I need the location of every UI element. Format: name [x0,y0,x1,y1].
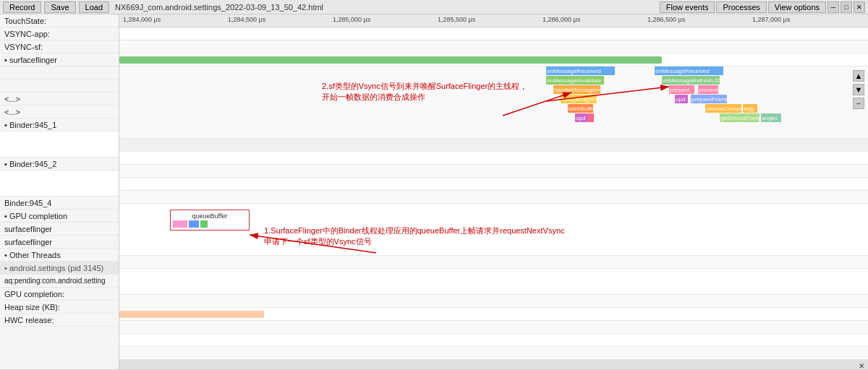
annotation-1: 1.SurfaceFlinger中的Binder线程处理应用的queueBuff… [264,225,565,248]
sidebar-row-sf1: surfaceflinger [0,223,119,236]
sidebar-row-touchstate: TouchState: [0,14,119,27]
annotation-2: 2.sf类型的Vsync信号到来并唤醒SurfaceFlinger的主线程， 开… [322,81,527,103]
gpu-bar [119,311,264,318]
sidebar-row-aq-pending: aq:pending:com.android.setting [0,275,119,288]
tick-4: 1,286,000 μs [542,16,580,23]
sidebar-row-empty1 [0,66,119,79]
qb-green-block [200,220,208,228]
row-vsync-app [119,40,868,53]
block-onmessageinvalidate: onMessageInvalidate [546,76,604,85]
view-options-button[interactable]: View options [768,1,826,13]
sidebar-row-heap-size: Heap size (KB): [0,301,119,314]
close-x[interactable]: ✕ [859,362,864,369]
row-gpu-completion [119,308,868,321]
sidebar-row-binder2: • Binder:945_2 [0,158,119,171]
sidebar-row-binder1: • Binder:945_1 [0,119,119,132]
tick-6: 1,287,000 μs [752,16,790,23]
block-present-2: present [698,85,718,94]
block-prepareframe: prepareFrame [691,95,727,103]
maximize-button[interactable]: □ [841,1,852,13]
nav-down[interactable]: ▼ [853,84,864,95]
row-spacer2 [119,152,868,165]
tick-5: 1,286,500 μs [647,16,685,23]
sidebar-row-binder4: Binder:945_4 [0,197,119,210]
timeline-area[interactable]: 1,284,000 μs 1,284,500 μs 1,285,000 μs 1… [119,14,868,369]
block-getdevice: getDeviceComposit [720,113,760,122]
top-bar: Record Save Load NX669J_com.android.sett… [0,0,868,14]
block-choosecomposit: chooseComposit [705,104,741,113]
minimize-button[interactable]: ─ [827,1,839,13]
block-anges: anges [761,113,781,122]
block-onmessagereceived-2: onMessageReceived [655,66,723,75]
load-button[interactable]: Load [79,1,109,13]
tick-0: 1,284,000 μs [123,16,161,23]
main-container: TouchState: VSYNC-app: VSYNC-sf: • surfa… [0,14,868,369]
vsync-sf-bar [119,56,662,64]
sidebar-row-binder1-sub [0,132,119,158]
annotation-1-text: 1.SurfaceFlinger中的Binder线程处理应用的queueBuff… [264,225,565,248]
block-handlemessageinvalidate: handleMessageInvalidate [553,85,600,94]
row-android-settings: ✕ [119,360,868,369]
sidebar-row-sf2: surfaceflinger [0,236,119,249]
tick-2: 1,285,000 μs [333,16,370,23]
timeline-header: 1,284,000 μs 1,284,500 μs 1,285,000 μs 1… [119,14,868,27]
block-tegy: tegy [743,104,757,113]
sidebar-row-other-threads: • Other Threads [0,249,119,262]
sidebar-row-gpu-completion2: GPU completion: [0,288,119,301]
tick-1: 1,284,500 μs [228,16,265,23]
row-ellipsis1 [119,165,868,178]
row-other [119,347,868,360]
block-small-1 [588,113,594,122]
row-binder2-header [119,256,868,269]
close-button[interactable]: ✕ [854,1,865,13]
row-surfaceflinger-main: onMessageReceived onMessageInvalidate ha… [119,66,868,139]
block-onmessagereceived-1: onMessageReceived [546,66,615,75]
sidebar-row-binder2-sub [0,171,119,197]
block-upd-1: upd [575,113,588,122]
row-binder2-sub [119,269,868,295]
qb-inner [173,220,247,228]
row-ellipsis2 [119,178,868,191]
queue-buffer-box: queueBuffer [170,210,250,231]
sidebar-row-hwc-release: HWC release: [0,314,119,327]
right-controls: Flow events Processes View options ─ □ ✕ [660,1,865,13]
row-vsync-sf [119,53,868,66]
block-onmessagerefresh: onMessageRefresh-2022-03-09 13:50:44.148 [662,76,720,85]
sidebar: TouchState: VSYNC-app: VSYNC-sf: • surfa… [0,14,119,369]
block-upd-2: upd [675,95,688,103]
row-touchstate [119,27,868,40]
row-binder4 [119,295,868,308]
sidebar-row-ellipsis2: <...> [0,106,119,119]
flow-events-button[interactable]: Flow events [660,1,715,13]
row-spacer1 [119,139,868,152]
nav-fit[interactable]: ↔ [853,98,864,109]
qb-blue-block [189,220,199,228]
row-binder1-sub: queueBuffer 1.SurfaceFlinger中的Binder线程处理… [119,204,868,256]
sidebar-row-surfaceflinger-main: • surfaceflinger [0,53,119,66]
sidebar-row-vsync-app: VSYNC-app: [0,27,119,40]
sidebar-row-vsync-sf: VSYNC-sf: [0,40,119,53]
row-sf4 [119,334,868,347]
row-sf3 [119,321,868,334]
record-button[interactable]: Record [3,1,41,13]
sidebar-row-ellipsis1: <...> [0,92,119,106]
timeline-rows: onMessageReceived onMessageInvalidate ha… [119,27,868,369]
nav-arrows: ▲ ▼ ↔ [853,70,864,109]
block-present-1: present [669,85,694,94]
qb-pink-block [173,220,187,228]
filename-label: NX669J_com.android.settings_2022-03-09_1… [115,3,657,12]
qb-label: queueBuffer [173,212,247,220]
save-button[interactable]: Save [44,1,75,13]
processes-button[interactable]: Processes [716,1,766,13]
nav-up[interactable]: ▲ [853,70,864,82]
block-handlepageflip: handlePageFlip [561,95,597,103]
tick-3: 1,285,500 μs [438,16,475,23]
row-binder1-header [119,191,868,204]
block-latchbuffer: latchBuffer [568,104,593,113]
annotation-2-text: 2.sf类型的Vsync信号到来并唤醒SurfaceFlinger的主线程， 开… [322,81,527,103]
sidebar-row-gpu-completion: • GPU completion [0,210,119,223]
sidebar-row-android-settings: • android.settings (pid 3145) [0,262,119,275]
sidebar-row-empty2 [0,79,119,92]
